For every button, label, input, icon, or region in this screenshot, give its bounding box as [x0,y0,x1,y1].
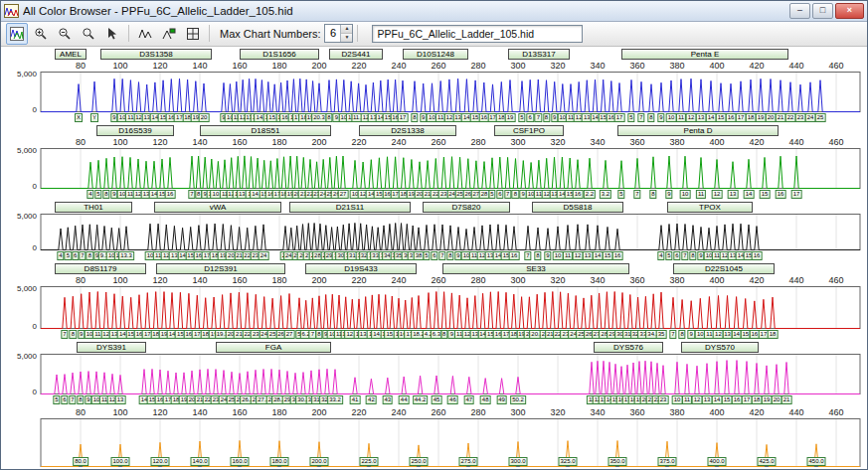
y-axis-max-label: 5,000 [3,70,37,78]
size-standard-label: 250.0 [409,457,428,466]
allele-label: 8 [411,113,418,122]
trace-magenta [1,354,865,395]
marker-box-TPOX: TPOX [667,202,753,213]
marker-box-D10S1248: D10S1248 [403,49,468,60]
allele-label: 43 [382,395,393,404]
allele-label: 5 [665,251,672,260]
marker-header-row: AMELD3S1358D1S1656D2S441D10S1248D13S317P… [1,49,867,61]
allele-label: 8 [446,251,453,260]
axis-tick-label: 80 [76,61,86,72]
allele-label: 4 [657,251,664,260]
size-standard-label: 325.0 [558,457,577,466]
axis-tick-label: 340 [590,61,605,72]
spinner-up-button[interactable]: ▲ [341,25,352,34]
allele-label: 7 [61,330,68,339]
toolbar-separator [209,25,210,42]
size-standard-label: 450.0 [806,457,825,466]
size-standard-label: 180.0 [269,457,288,466]
peak-flag-button[interactable] [158,23,180,45]
filename-field[interactable]: PPFu_6C_Allelic_Ladder_105.hid [372,25,583,43]
axis-tick-label: 200 [311,137,326,148]
axis-tick-label: 220 [351,61,366,72]
axis-tick-label: 220 [351,407,366,418]
marker-box-DYS576: DYS576 [594,342,663,353]
window-title: All Color Browser - PPFu_6C_Allelic_Ladd… [23,5,787,17]
axis-tick-label: 140 [192,407,207,418]
axis-tick-label: 420 [749,275,764,286]
axis-tick-label: 400 [709,61,724,72]
marker-box-D8S1179: D8S1179 [55,263,146,274]
peak-trace-button[interactable] [134,23,156,45]
zoom-out-icon [58,27,72,41]
size-standard-label: 140.0 [190,457,209,466]
allele-label: 16 [612,251,623,260]
axis-tick-label: 260 [431,407,445,418]
allele-label: 8 [87,251,93,260]
allele-label: 7 [438,251,445,260]
allele-label: 16 [573,190,584,199]
zoom-in-button[interactable] [30,23,52,45]
grid-settings-button[interactable] [182,23,204,45]
axis-tick-label: 460 [828,407,843,418]
axis-tick-label: 120 [152,407,167,418]
axis-tick-label: 100 [112,61,127,72]
allele-label: 27 [284,330,295,339]
allele-label: 8 [440,330,447,339]
minimize-button[interactable]: – [789,3,810,19]
max-chart-numbers-spinner[interactable]: 6 ▲ ▼ [324,24,353,43]
max-chart-numbers-label: Max Chart Numbers: [220,28,320,40]
size-standard-label: 350.0 [608,457,626,466]
trace-black [1,214,865,251]
allele-label: 6 [673,251,680,260]
marker-box-D7S820: D7S820 [423,202,510,213]
plot-green[interactable]: 5,0000 [1,148,867,190]
plot-blue[interactable]: 5,0000 [1,72,867,113]
allele-label: 12 [712,190,723,199]
marker-box-Penta-E: Penta E [621,49,788,60]
maximize-button[interactable]: □ [812,3,833,19]
marker-box-FGA: FGA [216,342,331,353]
title-bar[interactable]: All Color Browser - PPFu_6C_Allelic_Ladd… [1,1,867,22]
axis-tick-label: 260 [431,137,445,148]
axis-tick-label: 240 [391,407,406,418]
allele-label: 10 [553,251,564,260]
x-axis-ruler: 8010012014016018020022024026028030032034… [1,137,867,148]
axis-tick-label: 440 [788,137,803,148]
close-button[interactable]: × [835,3,864,19]
spinner-down-button[interactable]: ▼ [341,34,352,42]
allele-label: 5 [65,251,72,260]
allele-label: 18 [768,330,779,339]
marker-box-D1S1656: D1S1656 [240,49,319,60]
zoom-reset-button[interactable] [78,23,99,45]
axis-tick-label: 80 [76,407,86,418]
axis-tick-label: 340 [590,275,605,286]
axis-tick-label: 120 [152,61,167,72]
axis-tick-label: 120 [152,137,167,148]
plot-black[interactable]: 5,0000 [1,214,867,251]
marker-box-D5S818: D5S818 [532,202,623,213]
channel-row-magenta: DYS391FGADYS576DYS5705,00005678910111213… [1,342,867,405]
plot-red[interactable]: 5,0000 [1,286,867,330]
axis-tick-label: 320 [550,137,565,148]
allele-label: 7 [504,190,511,199]
size-standard-label: 375.0 [657,457,676,466]
allele-label: 10 [672,395,683,404]
allele-label: 8 [77,395,84,404]
allele-label: 11 [682,395,692,404]
select-cursor-button[interactable] [101,23,123,45]
allele-label: 35 [656,330,667,339]
allele-label: 5 [53,395,60,404]
plot-magenta[interactable]: 5,0000 [1,354,867,395]
allele-label: 44 [399,395,410,404]
chart-browser-button[interactable] [6,23,28,45]
trace-red [1,286,865,330]
trace-blue [1,72,865,113]
x-axis-ruler: 8010012014016018020022024026028030032034… [1,407,867,418]
zoom-out-button[interactable] [54,23,76,45]
allele-label: 8 [689,251,696,260]
allele-label: 6 [61,395,68,404]
axis-tick-label: 280 [470,61,485,72]
marker-box-vWA: vWA [154,202,281,213]
marker-box-D16S539: D16S539 [96,125,174,136]
plot-orange[interactable]: 80.0100.0120.0140.0160.0180.0200.0225.02… [1,418,867,468]
